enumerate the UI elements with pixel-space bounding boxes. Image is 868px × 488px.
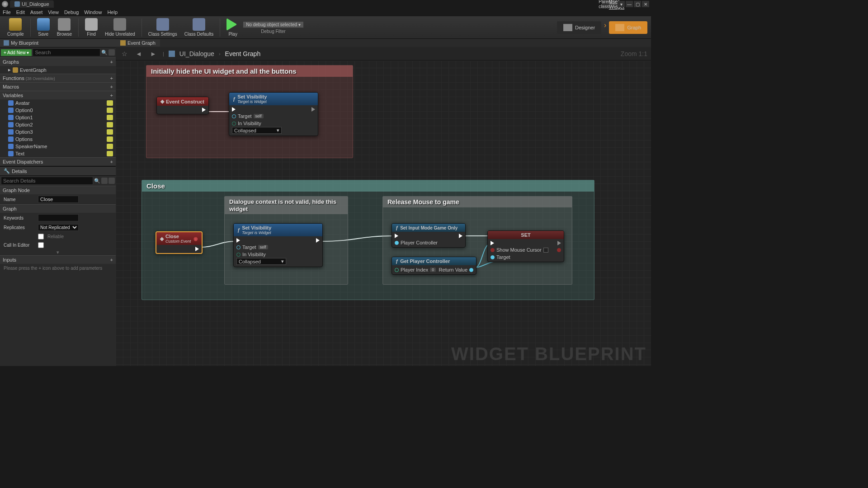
bc-leaf[interactable]: Event Graph xyxy=(225,50,261,57)
node-close-event[interactable]: ◆CloseCustom Event◉ xyxy=(156,231,203,254)
eventgraph-item[interactable]: ▸EventGraph xyxy=(0,66,116,74)
add-new-button[interactable]: + Add New ▾ xyxy=(1,49,32,56)
visibility-combo[interactable]: Collapsed▾ xyxy=(232,127,282,134)
eye-icon[interactable] xyxy=(108,178,115,184)
nav-forward-button[interactable]: ► xyxy=(148,49,158,59)
enum-pin[interactable] xyxy=(236,253,241,257)
debug-object-combo[interactable]: No debug object selected ▾ xyxy=(243,21,304,28)
functions-section[interactable]: Functions xyxy=(3,75,24,81)
add-function-button[interactable]: + xyxy=(110,75,113,81)
menu-file[interactable]: File xyxy=(3,9,11,15)
visibility-toggle[interactable] xyxy=(107,122,113,127)
bool-out-pin[interactable] xyxy=(557,248,561,252)
visibility-toggle[interactable] xyxy=(107,100,113,106)
view-options-icon[interactable] xyxy=(108,49,115,56)
maximize-button[interactable]: ▢ xyxy=(634,1,641,7)
inputs-section[interactable]: Inputs xyxy=(3,257,16,263)
save-button[interactable]: Save xyxy=(33,17,53,38)
find-button[interactable]: Find xyxy=(81,17,101,38)
variable-options[interactable]: Options xyxy=(0,136,116,143)
int-pin[interactable] xyxy=(395,268,399,272)
exec-out-pin[interactable] xyxy=(459,234,462,238)
variable-option0[interactable]: Option0 xyxy=(0,107,116,114)
replicates-combo[interactable]: Not Replicated xyxy=(38,224,79,231)
visibility-toggle[interactable] xyxy=(107,136,113,142)
class-defaults-button[interactable]: Class Defaults xyxy=(181,17,217,38)
add-dispatcher-button[interactable]: + xyxy=(110,159,113,164)
variable-avatar[interactable]: Avatar xyxy=(0,99,116,107)
exec-out-pin[interactable] xyxy=(557,241,561,245)
event-graph-tab[interactable]: Event Graph xyxy=(116,39,160,47)
add-graph-button[interactable]: + xyxy=(110,59,113,65)
enum-pin[interactable] xyxy=(232,122,236,126)
exec-out-pin[interactable] xyxy=(316,238,320,243)
class-settings-button[interactable]: Class Settings xyxy=(145,17,181,38)
hide-unrelated-button[interactable]: Hide Unrelated xyxy=(101,17,139,38)
graph-canvas[interactable]: Initially hide the UI widget and all the… xyxy=(116,61,651,366)
my-blueprint-search[interactable] xyxy=(33,48,100,56)
node-set-visibility[interactable]: ƒSet VisibilityTarget is Widget Targetse… xyxy=(233,223,323,267)
delegate-pin[interactable]: ◉ xyxy=(193,236,198,242)
graph-section[interactable]: Graph xyxy=(3,206,17,211)
target-pin[interactable] xyxy=(491,255,495,259)
nav-back-button[interactable]: ◄ xyxy=(134,49,144,59)
variable-speakername[interactable]: SpeakerName xyxy=(0,143,116,150)
menu-debug[interactable]: Debug xyxy=(64,9,79,15)
keywords-field[interactable] xyxy=(38,214,79,221)
add-macro-button[interactable]: + xyxy=(110,84,113,89)
title-tab[interactable]: UI_Dialogue xyxy=(10,0,54,8)
bc-root[interactable]: UI_Dialogue xyxy=(179,50,214,57)
close-window-button[interactable]: ✕ xyxy=(642,1,649,7)
details-tab[interactable]: 🔧Details xyxy=(0,167,116,176)
exec-in-pin[interactable] xyxy=(236,238,240,243)
node-set-variable[interactable]: SET Show Mouse Cursor Target xyxy=(487,230,564,262)
node-set-input-mode[interactable]: ƒSet Input Mode Game Only Player Control… xyxy=(392,223,466,248)
exec-out-pin[interactable] xyxy=(195,247,199,251)
variable-option2[interactable]: Option2 xyxy=(0,121,116,128)
variable-text[interactable]: Text xyxy=(0,150,116,157)
menu-view[interactable]: View xyxy=(48,9,59,15)
call-in-editor-checkbox[interactable] xyxy=(38,242,44,248)
variable-option1[interactable]: Option1 xyxy=(0,114,116,121)
node-set-visibility[interactable]: ƒSet VisibilityTarget is Widget Targetse… xyxy=(229,92,318,136)
down-icon[interactable]: ▾ xyxy=(618,1,625,7)
target-pin[interactable] xyxy=(236,245,241,249)
favorite-icon[interactable]: ☆ xyxy=(119,49,129,59)
bool-checkbox[interactable] xyxy=(543,248,548,253)
menu-edit[interactable]: Edit xyxy=(16,9,25,15)
compile-button[interactable]: Compile xyxy=(4,17,28,38)
matrix-icon[interactable] xyxy=(101,178,108,184)
add-input-button[interactable]: + xyxy=(110,257,113,263)
event-dispatchers-section[interactable]: Event Dispatchers xyxy=(3,159,43,164)
visibility-toggle[interactable] xyxy=(107,129,113,135)
graph-tab[interactable]: Graph xyxy=(609,21,647,34)
exec-in-pin[interactable] xyxy=(232,107,236,112)
menu-asset[interactable]: Asset xyxy=(30,9,43,15)
visibility-toggle[interactable] xyxy=(107,108,113,113)
details-search[interactable] xyxy=(1,177,93,185)
visibility-combo[interactable]: Collapsed▾ xyxy=(236,258,286,265)
menu-help[interactable]: Help xyxy=(107,9,118,15)
visibility-toggle[interactable] xyxy=(107,151,113,156)
add-variable-button[interactable]: + xyxy=(110,93,113,98)
search-icon[interactable]: 🔍 xyxy=(101,50,108,56)
visibility-toggle[interactable] xyxy=(107,144,113,149)
graphs-section[interactable]: Graphs xyxy=(3,59,19,65)
graph-node-section[interactable]: Graph Node xyxy=(3,188,30,193)
variables-section[interactable]: Variables xyxy=(3,93,23,98)
node-name-field[interactable] xyxy=(38,196,79,203)
exec-out-pin[interactable] xyxy=(311,107,315,112)
exec-in-pin[interactable] xyxy=(395,234,398,238)
node-event-construct[interactable]: ◆Event Construct xyxy=(156,97,209,114)
menu-window[interactable]: Window xyxy=(84,9,102,15)
my-blueprint-tab[interactable]: My Blueprint xyxy=(0,39,116,47)
target-pin[interactable] xyxy=(232,114,236,118)
designer-tab[interactable]: Designer xyxy=(557,21,601,34)
reliable-checkbox[interactable] xyxy=(38,234,44,239)
visibility-toggle[interactable] xyxy=(107,115,113,120)
minimize-button[interactable]: — xyxy=(626,1,633,7)
exec-in-pin[interactable] xyxy=(491,241,494,245)
play-button[interactable]: Play xyxy=(223,17,243,38)
browse-button[interactable]: Browse xyxy=(53,17,75,38)
node-get-player-controller[interactable]: ƒGet Player Controller Player Index0 Ret… xyxy=(392,257,476,275)
